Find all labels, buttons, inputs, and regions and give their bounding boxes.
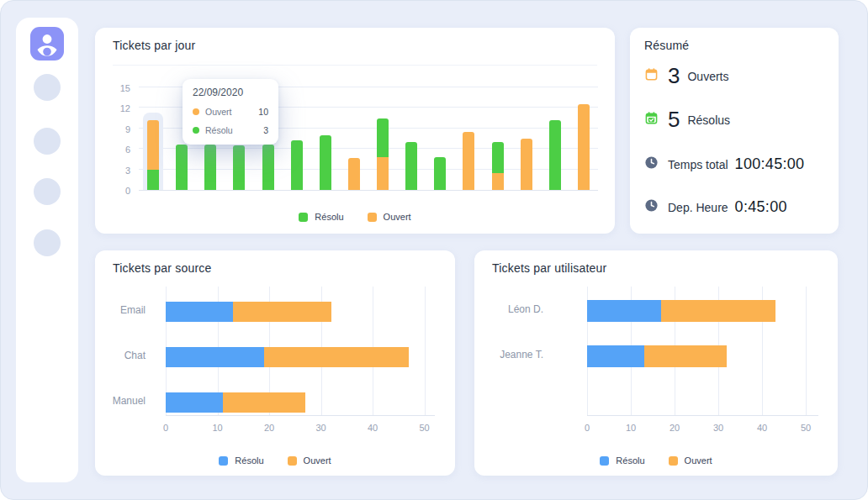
resolved-label: Résolus [687, 113, 730, 127]
bar-segment[interactable] [492, 142, 504, 173]
legend-swatch-icon [299, 213, 308, 222]
bar-segment[interactable] [405, 142, 417, 190]
x-tick-label: 10 [616, 423, 646, 433]
dep-time-label: Dep. Heure [668, 201, 728, 214]
bar-segment[interactable] [661, 300, 775, 322]
bar-segment[interactable] [492, 173, 504, 190]
tooltip-series-value: 10 [258, 107, 268, 117]
user-plot: 01020304050Léon D.Jeanne T. [587, 287, 818, 416]
series-dot-icon [193, 108, 199, 115]
chart-legend: Résolu Ouvert [95, 212, 615, 222]
dashboard-canvas: Tickets par jour 03691215 22/09/2020 Ouv… [0, 0, 868, 500]
x-tick-label: 50 [791, 423, 821, 433]
v-gridline [806, 287, 807, 415]
category-label: Jeanne T. [451, 349, 543, 361]
x-tick-label: 40 [357, 423, 388, 433]
card-resume: Résumé 3 Ouverts [630, 28, 839, 234]
card-title: Tickets par jour [113, 39, 195, 52]
bar-segment[interactable] [521, 139, 532, 190]
bar-segment[interactable] [166, 347, 264, 367]
bar-segment[interactable] [434, 157, 446, 190]
legend-item-resolu: Résolu [219, 455, 263, 466]
bar-segment[interactable] [176, 145, 188, 190]
bar-segment[interactable] [147, 120, 159, 170]
clock-icon [644, 155, 659, 173]
sidebar-nav-placeholder-4[interactable] [34, 229, 61, 256]
card-title: Tickets par utilisateur [492, 261, 606, 275]
bar-segment[interactable] [587, 345, 644, 367]
legend-swatch-icon [368, 213, 377, 222]
chart-legend: Résolu Ouvert [95, 455, 455, 466]
tooltip-row-resolu: Résolu 3 [193, 125, 268, 135]
tooltip-date: 22/09/2020 [193, 87, 268, 98]
tooltip-series-label: Résolu [205, 125, 233, 135]
total-time-label: Temps total [668, 158, 728, 171]
bar-segment[interactable] [166, 392, 223, 413]
legend-swatch-icon [219, 456, 228, 466]
sidebar-nav-placeholder-1[interactable] [34, 74, 61, 101]
x-tick-label: 10 [203, 423, 233, 433]
bar-segment[interactable] [587, 300, 661, 322]
legend-label: Résolu [315, 212, 343, 222]
card-tickets-par-source: Tickets par source 01020304050EmailChatM… [95, 250, 455, 476]
sidebar-nav-placeholder-2[interactable] [34, 128, 61, 155]
category-label: Email [53, 304, 146, 316]
y-tick-label: 9 [112, 124, 130, 134]
total-time-value: 100:45:00 [735, 155, 805, 173]
bar-segment[interactable] [233, 302, 331, 322]
calendar-icon [644, 67, 659, 85]
bar-segment[interactable] [320, 135, 331, 190]
legend-swatch-icon [288, 456, 297, 466]
card-tickets-par-utilisateur: Tickets par utilisateur 01020304050Léon … [474, 250, 838, 476]
bar-segment[interactable] [549, 120, 561, 190]
bar-segment[interactable] [262, 145, 274, 190]
bar-segment[interactable] [204, 145, 216, 190]
card-title: Résumé [644, 39, 689, 52]
legend-label: Résolu [616, 455, 644, 466]
bar-segment[interactable] [291, 140, 303, 190]
sidebar-nav-placeholder-3[interactable] [34, 178, 61, 205]
bar-segment[interactable] [377, 157, 389, 190]
y-tick-label: 15 [112, 83, 130, 93]
bar-segment[interactable] [348, 158, 360, 190]
bar-segment[interactable] [377, 118, 389, 157]
legend-label: Ouvert [685, 455, 712, 466]
card-tickets-par-jour: Tickets par jour 03691215 22/09/2020 Ouv… [95, 28, 615, 234]
tooltip-row-ouvert: Ouvert 10 [193, 107, 268, 117]
resolved-count: 5 [668, 107, 680, 133]
legend-item-ouvert: Ouvert [368, 212, 411, 222]
bar-segment[interactable] [264, 347, 409, 367]
calendar-check-icon [644, 111, 659, 129]
bar-segment[interactable] [223, 392, 305, 413]
bar-segment[interactable] [166, 302, 233, 322]
resume-row-resolus: 5 Résolus [644, 107, 730, 133]
bar-segment[interactable] [233, 145, 245, 190]
y-tick-label: 0 [112, 186, 130, 196]
support-agent-icon [30, 49, 64, 63]
divider [113, 65, 597, 66]
series-dot-icon [193, 127, 199, 134]
category-label: Léon D. [451, 303, 543, 315]
sidebar [16, 18, 78, 482]
legend-swatch-icon [600, 456, 609, 466]
x-tick-label: 0 [572, 423, 602, 433]
tooltip-series-label: Ouvert [205, 107, 232, 117]
resume-row-ouverts: 3 Ouverts [644, 63, 728, 89]
app-logo-button[interactable] [30, 27, 64, 61]
open-count: 3 [668, 63, 680, 89]
dep-time-value: 0:45:00 [735, 198, 787, 216]
x-tick-label: 30 [703, 423, 733, 433]
legend-item-resolu: Résolu [299, 212, 343, 222]
v-gridline [425, 287, 426, 415]
clock-icon [644, 198, 659, 216]
legend-label: Ouvert [304, 455, 331, 466]
bar-segment[interactable] [644, 345, 728, 367]
y-tick-label: 3 [112, 166, 130, 176]
x-tick-label: 50 [410, 423, 440, 433]
bar-segment[interactable] [578, 104, 590, 190]
bar-segment[interactable] [463, 132, 474, 190]
x-tick-label: 20 [254, 423, 284, 433]
resume-row-dep-heure: Dep. Heure 0:45:00 [644, 198, 787, 216]
bar-segment[interactable] [147, 170, 159, 190]
y-tick-label: 12 [112, 103, 130, 113]
